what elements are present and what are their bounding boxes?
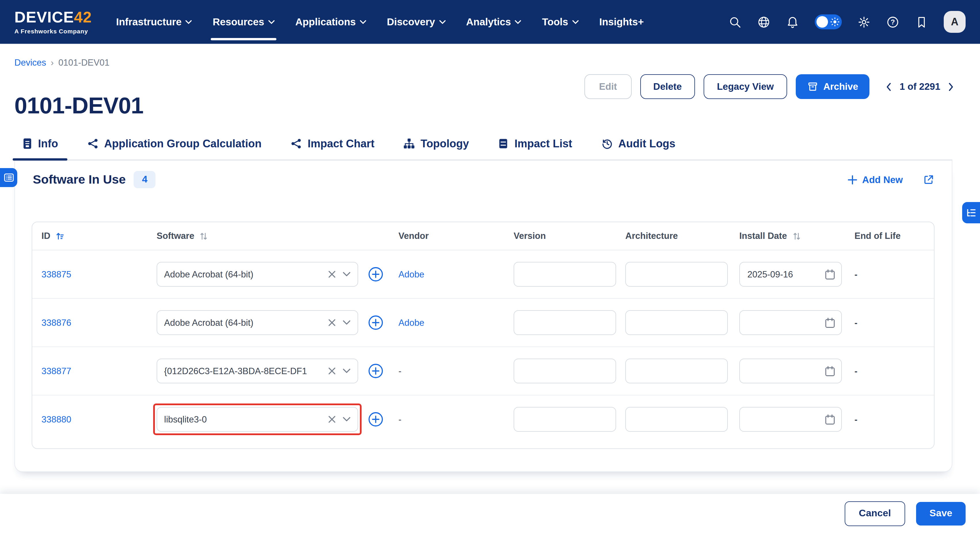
menu-resources[interactable]: Resources: [213, 0, 275, 44]
tab-application-group-calculation[interactable]: Application Group Calculation: [85, 128, 263, 159]
tab-impact-chart[interactable]: Impact Chart: [288, 128, 376, 159]
column-id[interactable]: ID: [41, 231, 157, 241]
software-id-link[interactable]: 338875: [41, 269, 71, 279]
add-software-icon[interactable]: [368, 315, 383, 330]
device42-logo[interactable]: DEVICE42 A Freshworks Company: [14, 10, 92, 34]
column-end-of-life[interactable]: End of Life: [854, 231, 934, 241]
column-version[interactable]: Version: [514, 231, 625, 241]
globe-icon[interactable]: [757, 15, 770, 29]
install-date-input[interactable]: 2025-09-16: [739, 262, 842, 287]
page-title: 0101-DEV01: [14, 93, 143, 119]
tab-audit-logs[interactable]: Audit Logs: [600, 128, 677, 159]
menu-analytics[interactable]: Analytics: [466, 0, 521, 44]
brand-name: DEVICE: [14, 9, 74, 26]
next-record-icon[interactable]: [947, 82, 955, 91]
clear-icon[interactable]: [328, 271, 336, 278]
menu-applications[interactable]: Applications: [295, 0, 366, 44]
install-date-input[interactable]: [739, 359, 842, 383]
architecture-input[interactable]: [625, 359, 728, 383]
cancel-button[interactable]: Cancel: [845, 501, 905, 526]
sort-both-icon[interactable]: [199, 231, 209, 241]
chevron-down-icon[interactable]: [343, 417, 351, 422]
left-panel-toggle[interactable]: [0, 168, 17, 187]
vendor-link[interactable]: -: [398, 414, 401, 424]
install-date-input[interactable]: [739, 407, 842, 432]
sort-ascending-active-icon[interactable]: [55, 232, 64, 241]
architecture-input[interactable]: [625, 407, 728, 432]
clear-icon[interactable]: [328, 416, 336, 423]
software-select[interactable]: libsqlite3-0: [157, 407, 358, 432]
software-select[interactable]: {012D26C3-E12A-3BDA-8ECE-DF1: [157, 359, 358, 383]
chevron-down-icon[interactable]: [343, 320, 351, 325]
notifications-bell-icon[interactable]: [786, 15, 799, 29]
settings-gear-icon[interactable]: [858, 15, 870, 29]
clear-icon[interactable]: [328, 319, 336, 326]
version-input[interactable]: [514, 310, 616, 335]
archive-button[interactable]: Archive: [796, 74, 870, 99]
breadcrumb-devices-link[interactable]: Devices: [14, 57, 46, 68]
software-in-use-header: Software In Use 4 Add New: [33, 171, 934, 188]
add-software-icon[interactable]: [368, 363, 383, 379]
vendor-link[interactable]: Adobe: [398, 269, 424, 279]
menu-tools[interactable]: Tools: [542, 0, 579, 44]
menu-discovery[interactable]: Discovery: [387, 0, 445, 44]
user-avatar[interactable]: A: [944, 11, 966, 33]
chevron-down-icon: [186, 20, 192, 24]
calendar-icon[interactable]: [824, 365, 835, 377]
edit-button[interactable]: Edit: [585, 74, 632, 99]
info-tab-panel: Software In Use 4 Add New ID So: [14, 160, 952, 472]
column-install-date[interactable]: Install Date: [739, 231, 854, 241]
chevron-down-icon[interactable]: [343, 272, 351, 277]
save-button[interactable]: Save: [916, 501, 966, 525]
software-id-link[interactable]: 338877: [41, 366, 71, 376]
breadcrumb-current: 0101-DEV01: [59, 57, 110, 68]
tab-impact-list[interactable]: Impact List: [496, 128, 574, 159]
brand-suffix: 42: [74, 9, 92, 26]
tab-topology[interactable]: Topology: [402, 128, 471, 159]
help-icon[interactable]: ?: [886, 15, 899, 29]
search-icon[interactable]: [729, 15, 741, 29]
architecture-input[interactable]: [625, 310, 728, 335]
version-input[interactable]: [514, 359, 616, 383]
delete-button[interactable]: Delete: [640, 74, 695, 99]
calendar-icon[interactable]: [824, 317, 835, 329]
column-vendor[interactable]: Vendor: [398, 231, 514, 241]
column-architecture[interactable]: Architecture: [625, 231, 739, 241]
previous-record-icon[interactable]: [885, 82, 893, 91]
main-menu: Infrastructure Resources Applications Di…: [116, 0, 644, 44]
open-in-new-icon[interactable]: [923, 173, 934, 186]
clear-icon[interactable]: [328, 367, 336, 375]
menu-infrastructure[interactable]: Infrastructure: [116, 0, 192, 44]
architecture-input[interactable]: [625, 262, 728, 287]
vendor-link[interactable]: -: [398, 366, 401, 376]
chevron-down-icon[interactable]: [343, 368, 351, 374]
vendor-link[interactable]: Adobe: [398, 317, 424, 327]
add-software-icon[interactable]: [368, 412, 383, 427]
calendar-icon[interactable]: [824, 269, 835, 280]
version-input[interactable]: [514, 407, 616, 432]
table-body: 338875 Adobe Acrobat (64-bit) Adobe 2025…: [32, 251, 934, 443]
plus-icon: [848, 175, 858, 184]
menu-insights-plus[interactable]: Insights+: [599, 0, 644, 44]
sun-icon: [830, 17, 840, 27]
software-id-link[interactable]: 338880: [41, 414, 71, 424]
pager-label: 1 of 2291: [900, 81, 940, 92]
bookmark-icon[interactable]: [915, 15, 928, 29]
right-panel-toggle[interactable]: [962, 202, 980, 223]
breadcrumb: Devices › 0101-DEV01: [14, 57, 110, 68]
install-date-value: 2025-09-16: [748, 262, 793, 286]
software-id-link[interactable]: 338876: [41, 317, 71, 327]
theme-toggle[interactable]: [815, 14, 842, 29]
add-software-icon[interactable]: [368, 266, 383, 282]
tab-info[interactable]: Info: [20, 128, 60, 159]
software-select[interactable]: Adobe Acrobat (64-bit): [157, 262, 358, 287]
add-new-button[interactable]: Add New: [848, 174, 903, 185]
column-software[interactable]: Software: [157, 231, 398, 241]
calendar-icon[interactable]: [824, 414, 835, 425]
sort-both-icon[interactable]: [791, 231, 801, 241]
table-row: 338876 Adobe Acrobat (64-bit) Adobe -: [32, 299, 934, 347]
version-input[interactable]: [514, 262, 616, 287]
software-select[interactable]: Adobe Acrobat (64-bit): [157, 310, 358, 335]
legacy-view-button[interactable]: Legacy View: [704, 74, 787, 99]
install-date-input[interactable]: [739, 310, 842, 335]
